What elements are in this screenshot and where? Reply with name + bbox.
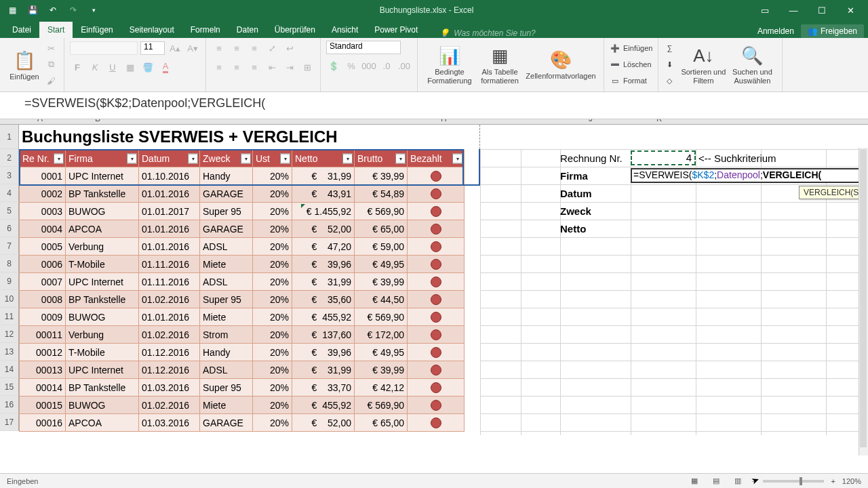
cell-bezahlt[interactable]	[408, 326, 465, 344]
autosum-button[interactable]: ∑	[664, 41, 675, 56]
cell-brutto[interactable]: € 49,95	[355, 344, 408, 361]
cell-ust[interactable]: 20%	[253, 326, 292, 344]
cell-zweck[interactable]: Handy	[200, 167, 253, 185]
cell-renr[interactable]: 00016	[20, 414, 66, 432]
lookup-value-cell[interactable]: 4	[631, 150, 696, 165]
table-row[interactable]: 00016APCOA01.03.2016GARAGE20%€ 52,00€ 65…	[20, 414, 465, 432]
filter-btn-bezahlt[interactable]: ▾	[452, 153, 462, 163]
cell-renr[interactable]: 00013	[20, 361, 66, 379]
cell-renr[interactable]: 0001	[20, 167, 66, 185]
cell-brutto[interactable]: € 39,99	[355, 167, 408, 185]
cell-datum[interactable]: 01.01.2016	[139, 185, 200, 203]
cell-firma[interactable]: UPC Internet	[66, 167, 139, 185]
decrease-decimal-button[interactable]: .00	[397, 58, 412, 73]
cell-netto[interactable]: € 35,60	[292, 291, 355, 308]
cell-brutto[interactable]: € 569,90	[355, 308, 408, 326]
fill-button[interactable]: ⬇	[664, 57, 675, 72]
col-K[interactable]: K	[656, 119, 662, 123]
cell-firma[interactable]: BUWOG	[66, 396, 139, 414]
view-pagelayout-button[interactable]: ▤	[709, 476, 724, 487]
align-right-button[interactable]: ≡	[247, 60, 262, 75]
row-header-2[interactable]: 2	[0, 149, 19, 167]
cell-ust[interactable]: 20%	[253, 379, 292, 396]
cell-brutto[interactable]: € 42,12	[355, 379, 408, 396]
table-row[interactable]: 0005Verbung01.01.2016ADSL20%€ 47,20€ 59,…	[20, 238, 465, 256]
cell-firma[interactable]: T-Mobile	[66, 256, 139, 273]
cell-netto[interactable]: € 52,00	[292, 220, 355, 238]
bold-button[interactable]: F	[70, 60, 85, 75]
cell-bezahlt[interactable]	[408, 396, 465, 414]
cell-datum[interactable]: 01.01.2016	[139, 238, 200, 256]
cell-netto[interactable]: € 43,91	[292, 185, 355, 203]
cell-netto[interactable]: € 47,20	[292, 238, 355, 256]
cell-bezahlt[interactable]	[408, 256, 465, 273]
font-size-combo[interactable]: 11	[140, 41, 165, 55]
cell-ust[interactable]: 20%	[253, 256, 292, 273]
row-header-13[interactable]: 13	[0, 343, 19, 361]
paste-button[interactable]: 📋 Einfügen	[5, 41, 43, 89]
table-row[interactable]: 00014BP Tankstelle01.03.2016Super 9520%€…	[20, 379, 465, 396]
table-row[interactable]: 0006T-Mobile01.11.2016Miete20%€ 39,96€ 4…	[20, 256, 465, 273]
cell-brutto[interactable]: € 65,00	[355, 220, 408, 238]
find-select-button[interactable]: 🔍 Suchen und Auswählen	[728, 41, 776, 89]
filter-btn-datum[interactable]: ▾	[188, 153, 198, 163]
filter-btn-brutto[interactable]: ▾	[395, 153, 406, 163]
copy-button[interactable]: ⧉	[43, 57, 58, 72]
cell-firma[interactable]: BUWOG	[66, 308, 139, 326]
tab-powerpivot[interactable]: Power Pivot	[366, 22, 426, 38]
th-netto[interactable]: Netto▾	[292, 150, 355, 167]
row-header-14[interactable]: 14	[0, 361, 19, 378]
table-row[interactable]: 0009BUWOG01.01.2016Miete20%€ 455,92€ 569…	[20, 308, 465, 326]
cell-netto[interactable]: € 39,96	[292, 256, 355, 273]
cell-datum[interactable]: 01.01.2017	[139, 203, 200, 220]
format-as-table-button[interactable]: ▦ Als Tabelle formatieren	[476, 41, 524, 89]
cell-netto[interactable]: € 31,99	[292, 361, 355, 379]
cell-datum[interactable]: 01.01.2016	[139, 220, 200, 238]
conditional-formatting-button[interactable]: 📊 Bedingte Formatierung	[423, 41, 476, 89]
row-header-12[interactable]: 12	[0, 325, 19, 343]
number-format-combo[interactable]: Standard	[326, 41, 401, 54]
col-J[interactable]: J	[589, 119, 593, 123]
column-headers[interactable]: A B H J K	[0, 119, 868, 125]
cell-bezahlt[interactable]	[408, 203, 465, 220]
zoom-thumb[interactable]	[800, 477, 802, 485]
cell-zweck[interactable]: ADSL	[200, 361, 253, 379]
cell-bezahlt[interactable]	[408, 344, 465, 361]
cell-ust[interactable]: 20%	[253, 220, 292, 238]
data-table[interactable]: Re Nr.▾ Firma▾ Datum▾ Zweck▾ Ust▾ Netto▾…	[19, 149, 465, 432]
cell-renr[interactable]: 0009	[20, 308, 66, 326]
cell-datum[interactable]: 01.12.2016	[139, 344, 200, 361]
cell-datum[interactable]: 01.01.2016	[139, 308, 200, 326]
table-body[interactable]: 0001UPC Internet01.10.2016Handy20%€ 31,9…	[20, 167, 465, 432]
cell-zweck[interactable]: Strom	[200, 326, 253, 344]
font-color-button[interactable]: A	[158, 60, 173, 75]
cell-brutto[interactable]: € 569,90	[355, 396, 408, 414]
row-header-15[interactable]: 15	[0, 378, 19, 396]
zoom-out-button[interactable]: −	[752, 477, 756, 485]
increase-font-button[interactable]: A▴	[167, 41, 182, 56]
cell-netto[interactable]: € 39,96	[292, 344, 355, 361]
cell-bezahlt[interactable]	[408, 361, 465, 379]
tab-start[interactable]: Start	[39, 22, 73, 38]
table-row[interactable]: 0004APCOA01.01.2016GARAGE20%€ 52,00€ 65,…	[20, 220, 465, 238]
cell-datum[interactable]: 01.02.2016	[139, 326, 200, 344]
merge-button[interactable]: ⊞	[300, 60, 315, 75]
cell-ust[interactable]: 20%	[253, 396, 292, 414]
sheet-title[interactable]: Buchungsliste SVERWEIS + VERGLEICH	[19, 125, 480, 149]
cell-zweck[interactable]: GARAGE	[200, 220, 253, 238]
cell-renr[interactable]: 00015	[20, 396, 66, 414]
clear-button[interactable]: ◇	[664, 73, 675, 88]
tab-einfuegen[interactable]: Einfügen	[73, 22, 121, 38]
row-header-4[interactable]: 4	[0, 184, 19, 202]
cell-zweck[interactable]: Handy	[200, 344, 253, 361]
cell-renr[interactable]: 00011	[20, 326, 66, 344]
table-row[interactable]: 0007UPC Internet01.11.2016ADSL20%€ 31,99…	[20, 273, 465, 291]
share-button[interactable]: 👥 Freigeben	[801, 24, 864, 38]
row-headers[interactable]: 1 2 3 4 5 6 7 8 9 10 11 12 13 14 15 16 1…	[0, 125, 19, 431]
cell-bezahlt[interactable]	[408, 167, 465, 185]
orientation-button[interactable]: ⤢	[264, 41, 279, 56]
close-button[interactable]: ✕	[837, 2, 864, 18]
cell-firma[interactable]: UPC Internet	[66, 273, 139, 291]
cell-zweck[interactable]: ADSL	[200, 273, 253, 291]
view-normal-button[interactable]: ▦	[687, 476, 702, 487]
